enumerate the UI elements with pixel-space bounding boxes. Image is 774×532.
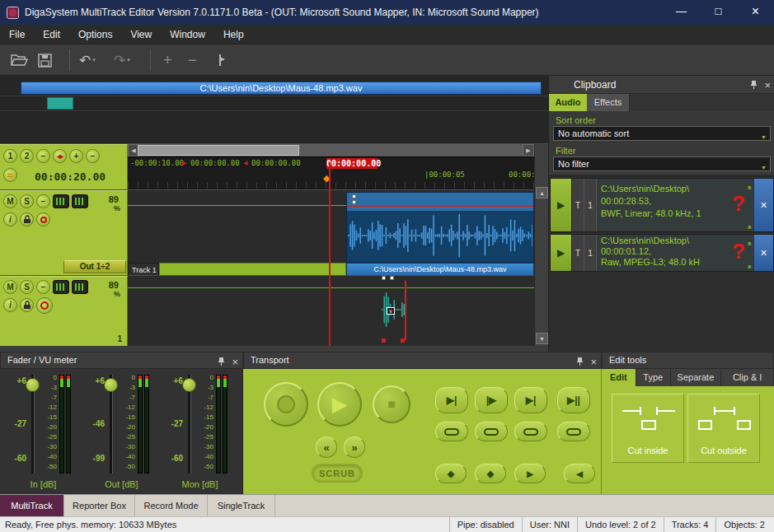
- menu-file[interactable]: File: [0, 26, 34, 43]
- fade-handle[interactable]: [382, 338, 386, 343]
- scroll-right-icon[interactable]: ▶: [523, 144, 534, 156]
- loop-3-button[interactable]: [514, 422, 547, 441]
- play-item-button[interactable]: ▶: [551, 179, 572, 231]
- pan-envelope-line[interactable]: [347, 206, 533, 207]
- menu-edit[interactable]: Edit: [34, 26, 69, 43]
- spectrum-button[interactable]: [53, 280, 69, 294]
- zoom-minus-2-button[interactable]: −: [86, 149, 100, 163]
- tab-singletrack[interactable]: SingleTrack: [208, 495, 275, 516]
- vertical-scrollbar[interactable]: ▲ ▼: [534, 144, 548, 346]
- fade-handle[interactable]: [401, 338, 405, 343]
- goto-marker-button[interactable]: ◆: [475, 464, 506, 483]
- clip-file-label[interactable]: C:\Users\nin\Desktop\Maus-48.mp3.wav: [346, 263, 534, 276]
- pin-icon[interactable]: [750, 80, 758, 90]
- collapse-button[interactable]: −: [36, 194, 50, 208]
- track-name[interactable]: Track 1: [128, 263, 159, 276]
- fast-forward-button[interactable]: »: [344, 436, 365, 458]
- horizontal-scrollbar[interactable]: ◀ ▶: [128, 144, 534, 156]
- step-forward-button[interactable]: ▶: [514, 464, 546, 483]
- clipboard-item[interactable]: ▶ T 1 C:\Users\nin\Desktop\ 00:00:28.53,…: [550, 178, 774, 232]
- tab-clip[interactable]: Clip & I: [721, 369, 774, 386]
- play-item-button[interactable]: ▶: [551, 235, 572, 271]
- zoom-in-button[interactable]: +: [163, 50, 172, 70]
- scroll-up-icon[interactable]: ▲: [536, 187, 548, 198]
- zoom-preset-1-button[interactable]: 1: [3, 149, 17, 163]
- tab-reporter-box[interactable]: Reporter Box: [64, 495, 135, 516]
- spectrum-button[interactable]: [53, 194, 69, 208]
- record-arm-button[interactable]: [36, 212, 50, 226]
- sort-order-dropdown[interactable]: No automatic sort ▼: [553, 126, 771, 141]
- solo-button[interactable]: S: [20, 280, 34, 294]
- lock-button[interactable]: [20, 298, 34, 312]
- fader-knob[interactable]: [104, 378, 118, 392]
- scroll-down-icon[interactable]: ▼: [536, 333, 548, 344]
- record-arm-button[interactable]: [36, 297, 53, 314]
- maximize-button[interactable]: □: [700, 0, 737, 25]
- loop-1-button[interactable]: [435, 422, 468, 441]
- tab-effects[interactable]: Effects: [587, 94, 630, 111]
- eq-button[interactable]: [72, 194, 88, 208]
- menu-options[interactable]: Options: [69, 26, 121, 43]
- close-panel-icon[interactable]: ×: [764, 80, 771, 91]
- collapse-button[interactable]: −: [36, 280, 50, 294]
- tab-type[interactable]: Type: [636, 369, 671, 386]
- goto-mark-in-button[interactable]: ◈: [435, 464, 467, 483]
- envelope-handle[interactable]: [390, 276, 394, 280]
- overview-clip-block[interactable]: [47, 97, 73, 110]
- scrub-button[interactable]: SCRUB: [312, 464, 363, 483]
- open-file-button[interactable]: [10, 50, 28, 70]
- pin-icon[interactable]: [576, 357, 584, 366]
- play-over-mark-button[interactable]: ▶|: [514, 387, 547, 413]
- cut-outside-button[interactable]: Cut outside: [687, 394, 760, 463]
- zoom-out-button[interactable]: −: [188, 50, 197, 70]
- mute-button[interactable]: M: [3, 194, 17, 208]
- envelope-handle[interactable]: [352, 200, 356, 204]
- play-to-end-button[interactable]: ▶||: [557, 387, 590, 413]
- track-1-lane[interactable]: [128, 190, 534, 263]
- loop-2-button[interactable]: [475, 422, 508, 441]
- play-from-mark-button[interactable]: |▶: [475, 387, 508, 413]
- lock-button[interactable]: [20, 212, 34, 226]
- zoom-minus-button[interactable]: −: [36, 149, 50, 163]
- envelope-handle[interactable]: [382, 276, 386, 280]
- fader-knob[interactable]: [26, 378, 40, 392]
- rewind-button[interactable]: «: [316, 436, 337, 458]
- eq-button[interactable]: [72, 280, 88, 294]
- track-lane-bar[interactable]: [159, 263, 346, 276]
- tab-record-mode[interactable]: Record Mode: [135, 495, 208, 516]
- close-button[interactable]: ×: [737, 0, 774, 25]
- undo-button[interactable]: ↶▾: [79, 50, 96, 70]
- clip-edge-line[interactable]: [405, 281, 406, 340]
- menu-view[interactable]: View: [121, 26, 161, 43]
- zoom-preset-2-button[interactable]: 2: [20, 149, 34, 163]
- playhead-line[interactable]: [329, 162, 331, 346]
- pin-icon[interactable]: [218, 357, 225, 366]
- tab-edit[interactable]: Edit: [602, 369, 636, 386]
- cut-inside-button[interactable]: Cut inside: [612, 394, 684, 463]
- audio-clip[interactable]: [346, 192, 534, 263]
- clipboard-item[interactable]: ▶ T 1 C:\Users\nin\Desktop\ 00:00:01.12,…: [550, 234, 774, 272]
- filter-dropdown[interactable]: No filter ▼: [553, 156, 771, 171]
- record-button[interactable]: [264, 382, 308, 427]
- mute-button[interactable]: M: [3, 280, 17, 294]
- minimize-button[interactable]: —: [663, 0, 700, 25]
- info-button[interactable]: i: [3, 298, 17, 312]
- close-panel-icon[interactable]: ×: [232, 357, 238, 367]
- solo-button[interactable]: S: [20, 194, 34, 208]
- scrollbar-thumb[interactable]: [138, 145, 299, 156]
- close-panel-icon[interactable]: ×: [590, 357, 597, 367]
- play-button[interactable]: ▶: [317, 382, 362, 427]
- output-routing-button[interactable]: Out 1÷2: [63, 260, 126, 273]
- wave-scroll-button[interactable]: ≈: [3, 168, 17, 182]
- tab-audio[interactable]: Audio: [549, 94, 587, 111]
- redo-button[interactable]: ↷▾: [114, 50, 130, 70]
- tab-multitrack[interactable]: MultiTrack: [0, 495, 64, 516]
- menu-window[interactable]: Window: [161, 26, 214, 43]
- clip-marker-v[interactable]: v: [387, 307, 395, 315]
- loop-4-button[interactable]: [557, 422, 590, 441]
- remove-item-button[interactable]: ×: [753, 235, 773, 271]
- menu-help[interactable]: Help: [214, 26, 253, 43]
- play-to-mark-button[interactable]: ▶|: [435, 387, 468, 413]
- save-button[interactable]: [38, 50, 52, 70]
- fader-knob[interactable]: [182, 378, 196, 392]
